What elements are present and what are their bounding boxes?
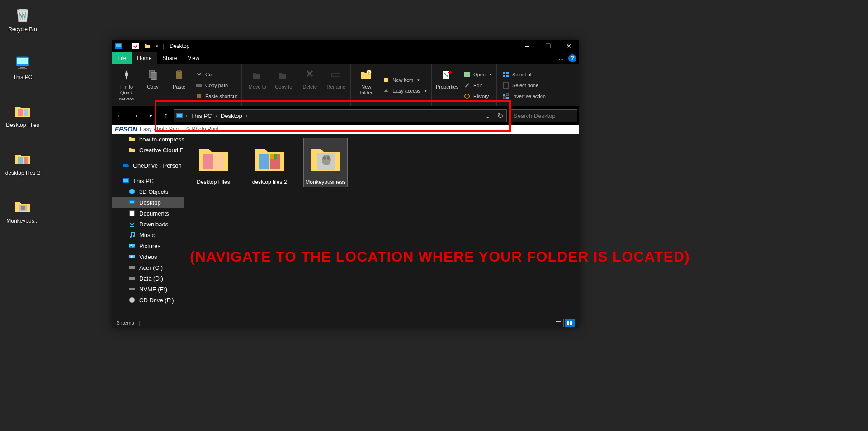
desktop-icon-folder[interactable]: Monkeybus... [5,196,41,224]
nav-item-downloads[interactable]: Downloads [112,219,184,230]
explorer-body: how-to-compress Creative Cloud File OneD… [112,134,579,318]
chevron-right-icon[interactable]: › [185,113,188,118]
ribbon-tabs: File Home Share View ︿ ? [112,52,579,64]
desktop-icon-label: Monkeybus... [6,218,38,224]
paste-button[interactable]: Paste [167,66,191,104]
nav-item-onedrive[interactable]: OneDrive - Person [112,160,184,171]
refresh-button[interactable]: ↻ [494,110,506,122]
chevron-right-icon[interactable]: › [215,113,218,118]
desktop-icon-folder[interactable]: desktop files 2 [5,148,41,176]
svg-rect-12 [132,43,139,49]
svg-rect-11 [116,44,121,47]
tab-home[interactable]: Home [132,52,157,64]
tab-share[interactable]: Share [157,52,182,64]
nav-item-this-pc[interactable]: This PC [112,175,184,186]
content-pane[interactable]: Desktop FIles desktop files 2 Monkeybusi… [184,134,579,318]
navigation-pane[interactable]: how-to-compress Creative Cloud File OneD… [112,134,184,318]
svg-rect-55 [203,154,213,169]
breadcrumb-desktop[interactable]: Desktop [218,112,245,119]
help-icon[interactable]: ? [568,54,576,62]
paste-shortcut-icon [195,93,203,100]
nav-item-videos[interactable]: Videos [112,251,184,262]
open-button[interactable]: Open▾ [462,70,494,80]
drive-icon [128,286,136,293]
delete-button[interactable]: Delete [298,66,321,104]
nav-item-cd-drive[interactable]: CD Drive (F:) [112,295,184,305]
folder-icon [128,146,136,154]
tab-file[interactable]: File [112,52,132,64]
select-all-button[interactable]: Select all [500,70,547,80]
address-dropdown-button[interactable]: ⌄ [481,110,494,122]
new-item-button[interactable]: New item▾ [381,75,429,85]
recent-locations-button[interactable]: ▾ [143,107,158,125]
nav-item-music[interactable]: Music [112,230,184,240]
svg-rect-23 [464,72,470,77]
back-button[interactable]: ← [112,107,127,125]
up-button[interactable]: ↑ [158,107,174,125]
desktop-icon-recycle-bin[interactable]: Recycle Bin [5,5,41,33]
rename-button[interactable]: Rename [324,66,348,104]
svg-rect-59 [270,154,274,159]
dropdown-icon[interactable]: ▾ [153,44,161,48]
folder-icon [195,140,231,176]
maximize-button[interactable]: ☐ [538,40,558,52]
pin-to-quick-access-button[interactable]: Pin to Quick access [115,66,138,104]
properties-button[interactable]: Properties [435,66,459,104]
easy-access-button[interactable]: Easy access▾ [381,86,429,96]
breadcrumb-this-pc[interactable]: This PC [188,112,214,119]
nav-item[interactable]: Creative Cloud File [112,145,184,155]
view-large-icons-button[interactable] [565,319,575,327]
nav-item-drive-d[interactable]: Data (D:) [112,273,184,284]
invert-selection-button[interactable]: Invert selection [500,91,547,101]
svg-rect-68 [567,321,569,323]
this-pc-icon [13,52,33,72]
new-folder-button[interactable]: New folder [354,66,378,104]
nav-item-documents[interactable]: Documents [112,208,184,219]
address-bar[interactable]: › This PC › Desktop › ⌄ ↻ [174,109,507,122]
chevron-right-icon[interactable]: › [245,113,248,118]
copy-to-button[interactable]: Copy to [272,66,295,104]
svg-point-9 [21,206,25,210]
paste-shortcut-button[interactable]: Paste shortcut [193,91,239,101]
copy-button[interactable]: Copy [141,66,165,104]
collapse-ribbon-icon[interactable]: ︿ [558,55,564,62]
desktop-icon-folder[interactable]: Desktop FIles [5,100,41,128]
select-none-button[interactable]: Select none [500,80,547,90]
nav-item[interactable]: how-to-compress [112,134,184,145]
svg-rect-60 [274,154,277,159]
history-button[interactable]: History [462,91,494,101]
view-details-button[interactable] [554,319,564,327]
minimize-button[interactable]: ─ [517,40,538,52]
nav-label: OneDrive - Person [133,162,182,169]
desktop-icon-this-pc[interactable]: This PC [5,52,41,80]
separator: | [127,43,128,49]
copy-path-button[interactable]: Copy path [193,80,239,90]
folder-tile[interactable]: desktop files 2 [248,138,291,187]
cut-button[interactable]: ✂Cut [193,70,239,80]
separator: | [163,43,164,49]
nav-item-desktop[interactable]: Desktop [112,197,184,208]
folder-tile[interactable]: Desktop FIles [192,138,235,187]
videos-icon [128,253,136,260]
nav-item-3d-objects[interactable]: 3D Objects [112,186,184,197]
svg-rect-29 [503,83,509,88]
ribbon-label: Rename [327,84,346,90]
rename-icon [329,68,343,82]
tab-view[interactable]: View [182,52,205,64]
svg-point-42 [130,236,132,238]
forward-button[interactable]: → [127,107,143,125]
search-box[interactable] [509,109,577,122]
delete-icon [302,68,317,82]
move-to-button[interactable]: Move to [245,66,269,104]
folder-tile[interactable]: Monkeybusiness [304,138,347,187]
nav-item-drive-c[interactable]: Acer (C:) [112,262,184,273]
titlebar[interactable]: | ▾ | Desktop ─ ☐ ✕ [112,40,579,52]
search-input[interactable] [514,112,590,119]
edit-button[interactable]: Edit [462,80,494,90]
quick-access-folder-icon[interactable] [142,43,153,49]
svg-rect-16 [177,70,181,72]
nav-item-pictures[interactable]: Pictures [112,240,184,251]
close-button[interactable]: ✕ [558,40,579,52]
nav-item-drive-e[interactable]: NVME (E:) [112,284,184,295]
quick-access-save-icon[interactable] [130,43,142,49]
